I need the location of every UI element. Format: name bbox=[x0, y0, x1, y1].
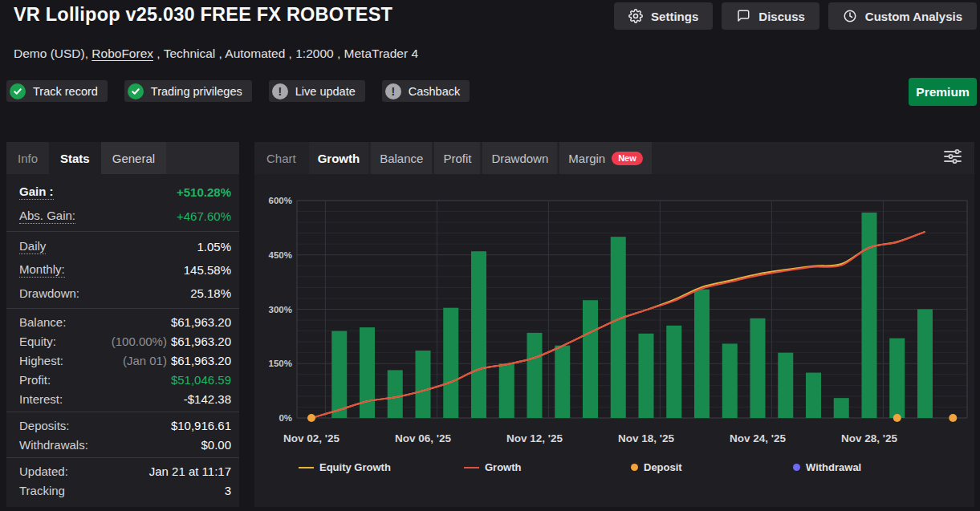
stat-value: (100.00%)$61,963.20 bbox=[112, 335, 231, 348]
stat-value: $51,046.59 bbox=[171, 373, 231, 387]
withdrawal-dot-swatch bbox=[793, 464, 800, 471]
svg-text:Nov 28, '25: Nov 28, '25 bbox=[841, 432, 897, 444]
svg-text:Nov 06, '25: Nov 06, '25 bbox=[395, 432, 451, 444]
growth-chart: 0%150%300%450%600%Nov 02, '25Nov 06, '25… bbox=[254, 174, 974, 507]
stat-value: Jan 21 at 11:17 bbox=[149, 464, 231, 478]
svg-text:450%: 450% bbox=[269, 250, 292, 260]
stat-value: (Jan 01)$61,963.20 bbox=[123, 354, 231, 367]
chart-settings-icon[interactable] bbox=[942, 146, 963, 170]
growth-chart-canvas: 0%150%300%450%600%Nov 02, '25Nov 06, '25… bbox=[254, 174, 974, 507]
bar bbox=[499, 363, 514, 418]
svg-text:300%: 300% bbox=[269, 305, 292, 314]
legend-equity-growth[interactable]: Equity Growth bbox=[299, 461, 391, 473]
page-title: VR Lollipop v25.030 FREE FX ROBOTEST bbox=[14, 4, 392, 26]
deposit-marker bbox=[307, 414, 315, 422]
clock-icon bbox=[843, 9, 857, 23]
discuss-button[interactable]: Discuss bbox=[722, 2, 819, 30]
tab-general[interactable]: General bbox=[101, 142, 166, 174]
tab-chart[interactable]: Chart bbox=[254, 142, 308, 174]
stat-row-deposits: Deposits: $10,916.61 bbox=[19, 416, 231, 435]
tab-balance[interactable]: Balance bbox=[371, 142, 432, 174]
stat-value: +467.60% bbox=[177, 209, 231, 223]
tab-stats[interactable]: Stats bbox=[49, 142, 101, 174]
bar bbox=[360, 327, 375, 418]
legend-deposit[interactable]: Deposit bbox=[631, 461, 682, 473]
deposit-dot-swatch bbox=[631, 464, 638, 471]
badge-cashback: ! Cashback bbox=[382, 80, 470, 102]
stat-row-daily: Daily 1.05% bbox=[19, 235, 231, 258]
stat-label: Withdrawals: bbox=[19, 438, 88, 452]
stat-value: 25.18% bbox=[190, 286, 231, 300]
badge-label: Track record bbox=[33, 85, 98, 98]
exclamation-icon: ! bbox=[385, 83, 401, 99]
stat-value-note: (Jan 01) bbox=[123, 354, 167, 367]
stat-label: Drawdown: bbox=[19, 286, 79, 300]
stat-group-balance: Balance: $61,963.20 Equity: (100.00%)$61… bbox=[6, 308, 239, 412]
stat-label: Profit: bbox=[19, 373, 51, 387]
stat-label: Updated: bbox=[19, 464, 68, 478]
bar bbox=[555, 346, 570, 418]
bar bbox=[778, 353, 793, 418]
stat-label: Equity: bbox=[19, 335, 56, 348]
premium-button[interactable]: Premium bbox=[909, 78, 977, 106]
account-subtitle: Demo (USD), RoboForex , Technical , Auto… bbox=[14, 47, 418, 61]
stat-row-balance: Balance: $61,963.20 bbox=[19, 312, 231, 331]
badge-trading-privileges: Trading privileges bbox=[124, 80, 252, 102]
legend-label: Deposit bbox=[644, 461, 682, 473]
bar bbox=[416, 351, 431, 418]
stat-row-tracking: Tracking 3 bbox=[19, 481, 231, 500]
stat-value: +510.28% bbox=[177, 185, 231, 199]
bar bbox=[527, 333, 543, 418]
stat-value: $0.00 bbox=[201, 438, 231, 452]
bar bbox=[388, 370, 403, 418]
stat-row-interest: Interest: -$142.38 bbox=[19, 389, 231, 408]
tab-growth[interactable]: Growth bbox=[309, 142, 369, 174]
bar bbox=[834, 398, 849, 418]
bar bbox=[889, 339, 905, 418]
stat-value-note: (100.00%) bbox=[112, 335, 167, 348]
tab-margin[interactable]: MarginNew bbox=[559, 142, 651, 174]
stat-row-abs-gain: Abs. Gain: +467.60% bbox=[19, 204, 231, 228]
discuss-button-label: Discuss bbox=[758, 10, 805, 23]
bar bbox=[862, 213, 877, 418]
legend-label: Growth bbox=[485, 461, 522, 473]
svg-text:Nov 02, '25: Nov 02, '25 bbox=[283, 432, 340, 444]
stat-label: Gain : bbox=[19, 185, 54, 200]
badge-track-record: Track record bbox=[6, 80, 108, 102]
bar bbox=[806, 373, 821, 418]
gear-icon bbox=[628, 9, 643, 23]
stat-label: Monthly: bbox=[19, 262, 65, 278]
stat-value: $61,963.20 bbox=[171, 315, 231, 329]
chat-icon bbox=[736, 9, 750, 23]
stat-value: -$142.38 bbox=[184, 392, 231, 406]
stat-label: Highest: bbox=[19, 354, 63, 367]
legend-label: Withdrawal bbox=[806, 461, 861, 473]
svg-text:0%: 0% bbox=[279, 413, 292, 423]
new-badge: New bbox=[612, 152, 643, 165]
stat-value-main: $61,963.20 bbox=[171, 354, 231, 367]
tab-profit[interactable]: Profit bbox=[434, 142, 480, 174]
stat-group-gain: Gain : +510.28% Abs. Gain: +467.60% bbox=[6, 174, 239, 231]
bar bbox=[694, 290, 710, 418]
stat-label: Deposits: bbox=[19, 419, 70, 432]
stat-label: Balance: bbox=[19, 315, 66, 329]
chart-panel: Chart Growth Balance Profit Drawdown Mar… bbox=[254, 142, 974, 507]
stat-row-updated: Updated: Jan 21 at 11:17 bbox=[19, 461, 231, 481]
subtitle-suffix: , Technical , Automated , 1:2000 , MetaT… bbox=[153, 47, 418, 60]
check-icon bbox=[128, 83, 144, 99]
chart-panel-tabs: Chart Growth Balance Profit Drawdown Mar… bbox=[254, 142, 974, 174]
custom-analysis-button[interactable]: Custom Analysis bbox=[828, 2, 977, 30]
legend-withdrawal[interactable]: Withdrawal bbox=[793, 461, 861, 473]
legend-growth[interactable]: Growth bbox=[464, 461, 522, 473]
stat-row-equity: Equity: (100.00%)$61,963.20 bbox=[19, 331, 231, 351]
tab-drawdown[interactable]: Drawdown bbox=[482, 142, 557, 174]
x-axis-labels: Nov 02, '25Nov 06, '25Nov 12, '25Nov 18,… bbox=[283, 432, 897, 444]
broker-link[interactable]: RoboForex bbox=[91, 47, 153, 60]
deposit-marker bbox=[893, 414, 901, 422]
stat-row-highest: Highest: (Jan 01)$61,963.20 bbox=[19, 351, 231, 370]
legend-label: Equity Growth bbox=[319, 461, 391, 473]
stat-group-rates: Daily 1.05% Monthly: 145.58% Drawdown: 2… bbox=[6, 231, 239, 308]
tab-margin-label: Margin bbox=[568, 152, 605, 165]
settings-button[interactable]: Settings bbox=[614, 2, 713, 30]
tab-info[interactable]: Info bbox=[6, 142, 49, 174]
